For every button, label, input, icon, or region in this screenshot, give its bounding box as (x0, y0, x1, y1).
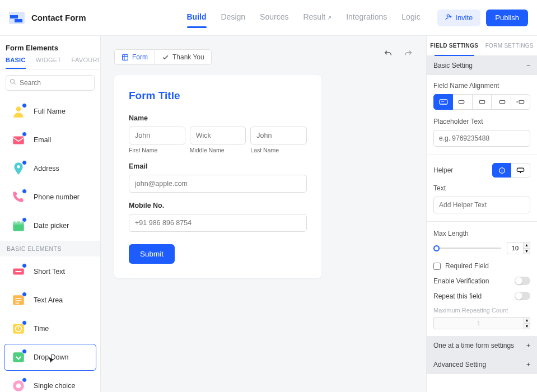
first-name-input[interactable] (129, 127, 185, 144)
element-text-area[interactable]: Text Area (4, 287, 96, 314)
app-title: Contact Form (31, 13, 86, 22)
section-basic-toggle[interactable]: Basic Setting − (427, 56, 537, 75)
top-tab-build[interactable]: Build (187, 12, 207, 24)
max-repeat-input: ▲▼ (433, 317, 530, 329)
element-full-name[interactable]: Full Name (4, 98, 96, 125)
maxlen-value-input[interactable]: ▲▼ (507, 242, 530, 254)
svg-rect-11 (13, 352, 24, 362)
top-bar: Contact Form BuildDesignSourcesResult↗In… (0, 0, 537, 36)
element-label: Drop Down (34, 353, 69, 361)
element-email[interactable]: Email (4, 127, 96, 153)
repeat-toggle[interactable] (515, 292, 530, 300)
repeat-label: Repeat this field (433, 292, 482, 300)
short-text-icon (11, 264, 26, 279)
last-name-sub: Last Name (250, 147, 307, 153)
helper-tooltip-btn[interactable] (511, 163, 530, 178)
top-tab-integrations[interactable]: Integrations (346, 12, 387, 24)
svg-rect-16 (459, 100, 464, 103)
element-drop-down[interactable]: Drop Down (4, 344, 96, 371)
name-label: Name (129, 114, 307, 122)
canvas-tab-form[interactable]: Form (114, 49, 155, 65)
phone-icon (11, 190, 26, 204)
align-inline-btn[interactable] (511, 94, 530, 110)
submit-button[interactable]: Submit (129, 244, 175, 264)
top-tab-sources[interactable]: Sources (260, 12, 288, 24)
svg-rect-17 (479, 100, 484, 103)
invite-icon (445, 13, 452, 22)
top-tab-result[interactable]: Result↗ (303, 12, 331, 24)
mobile-input[interactable] (129, 214, 307, 232)
map-pin-icon (11, 161, 26, 176)
element-label: Time (34, 325, 49, 333)
svg-rect-19 (519, 100, 524, 103)
helper-info-btn[interactable] (492, 163, 511, 178)
sidebar-tab-widget[interactable]: WIDGET (36, 57, 62, 63)
dropdown-icon (11, 350, 26, 365)
first-name-sub: First Name (129, 147, 185, 153)
element-label: Text Area (34, 296, 63, 304)
last-name-input[interactable] (250, 127, 307, 144)
tab-field-settings[interactable]: FIELD SETTINGS (427, 36, 482, 55)
align-top-btn[interactable] (433, 94, 453, 110)
form-icon (122, 54, 129, 61)
verify-toggle[interactable] (515, 277, 530, 285)
align-center-btn[interactable] (473, 94, 492, 110)
verify-label: Enable Verification (433, 277, 489, 285)
required-checkbox[interactable] (433, 263, 441, 270)
sidebar-tab-favourite[interactable]: FAVOURITE (72, 57, 101, 63)
redo-button[interactable] (404, 49, 413, 60)
tab-form-settings[interactable]: FORM SETTINGS (482, 36, 538, 55)
element-label: Email (34, 136, 51, 144)
publish-button[interactable]: Publish (486, 10, 528, 26)
form-card: Form Title Name First Name Middle Name L… (114, 75, 321, 278)
plus-icon: + (526, 361, 530, 368)
invite-label: Invite (455, 13, 473, 22)
top-tab-logic[interactable]: Logic (401, 12, 420, 24)
canvas-tab-thankyou[interactable]: Thank You (155, 49, 212, 65)
required-row[interactable]: Required Field (433, 262, 530, 270)
spin-up[interactable]: ▲ (524, 242, 530, 248)
invite-button[interactable]: Invite (437, 10, 480, 26)
align-right-btn[interactable] (492, 94, 511, 110)
calendar-icon (11, 218, 26, 233)
inspector-tabs: FIELD SETTINGS FORM SETTINGS (427, 36, 537, 56)
placeholder-input[interactable] (433, 130, 530, 147)
app-logo (9, 12, 25, 24)
sidebar-header: Form Elements (0, 36, 100, 57)
section-oneattime-toggle[interactable]: One at a time form settings + (427, 336, 537, 355)
element-short-text[interactable]: Short Text (4, 258, 96, 285)
svg-rect-21 (517, 168, 524, 171)
element-date-picker[interactable]: Date picker (4, 212, 96, 239)
form-title[interactable]: Form Title (129, 90, 307, 102)
helper-text-input[interactable] (433, 197, 530, 213)
element-label: Address (34, 165, 59, 172)
sidebar-tab-basic[interactable]: BASIC (6, 57, 26, 63)
top-tab-design[interactable]: Design (221, 12, 246, 24)
undo-button[interactable] (384, 49, 393, 60)
canvas: Form Thank You Form Title Name (101, 36, 426, 392)
section-advanced-toggle[interactable]: Advanced Setting + (427, 355, 537, 374)
text-area-icon (11, 293, 26, 307)
middle-name-sub: Middle Name (190, 147, 246, 153)
align-left-btn[interactable] (453, 94, 472, 110)
element-single-choice[interactable]: Single choice (4, 372, 96, 392)
sidebar-group-basic: BASIC ELEMENTS (0, 241, 100, 256)
search-input[interactable] (6, 75, 95, 91)
element-time[interactable]: Time (4, 315, 96, 342)
alignment-group (433, 94, 530, 110)
svg-point-4 (17, 165, 20, 168)
maxlen-slider[interactable] (433, 248, 501, 249)
svg-rect-6 (13, 221, 24, 224)
sidebar-tabs: BASICWIDGETFAVOURITE (0, 57, 100, 69)
plus-icon: + (526, 342, 530, 349)
element-phone-number[interactable]: Phone number (4, 184, 96, 211)
top-actions: Invite Publish (437, 10, 528, 26)
svg-point-2 (16, 106, 21, 111)
placeholder-label: Placeholder Text (433, 118, 530, 125)
element-address[interactable]: Address (4, 155, 96, 182)
radio-icon (11, 379, 26, 392)
middle-name-input[interactable] (190, 127, 246, 144)
text-label: Text (433, 184, 530, 192)
email-input[interactable] (129, 175, 307, 193)
spin-down[interactable]: ▼ (524, 248, 530, 255)
